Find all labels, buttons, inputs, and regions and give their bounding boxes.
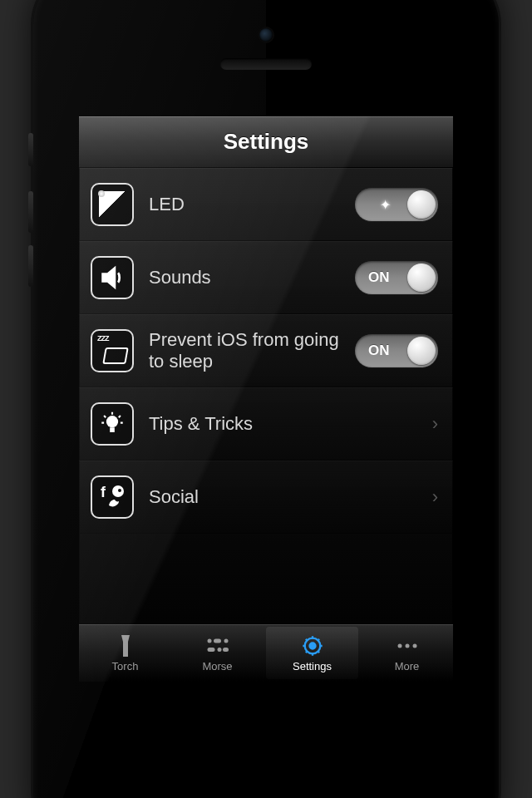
toggle-knob bbox=[407, 190, 436, 219]
front-camera bbox=[259, 28, 273, 42]
earpiece bbox=[220, 58, 312, 70]
volume-down-button bbox=[28, 245, 33, 287]
morse-icon bbox=[205, 633, 230, 658]
tab-morse-label: Morse bbox=[202, 660, 232, 672]
svg-point-12 bbox=[309, 643, 315, 649]
svg-rect-6 bbox=[214, 639, 221, 643]
speaker-icon bbox=[91, 256, 134, 299]
svg-point-5 bbox=[207, 639, 211, 643]
svg-point-3 bbox=[112, 485, 124, 497]
row-led: LED ✦ bbox=[79, 168, 453, 241]
settings-list: LED ✦ Sounds ON Prevent iOS from going bbox=[79, 168, 453, 534]
svg-rect-10 bbox=[223, 648, 229, 652]
row-tips[interactable]: Tips & Tricks › bbox=[79, 387, 453, 461]
tab-settings-label: Settings bbox=[293, 660, 332, 672]
sparkle-icon: ✦ bbox=[380, 196, 391, 212]
torch-icon bbox=[113, 633, 138, 658]
row-prevent-sleep: Prevent iOS from going to sleep ON bbox=[79, 314, 453, 387]
svg-point-15 bbox=[412, 644, 416, 648]
tab-bar: Torch Morse Settings More bbox=[79, 623, 453, 682]
social-icon: f bbox=[91, 475, 134, 519]
svg-text:f: f bbox=[101, 484, 106, 500]
svg-point-9 bbox=[217, 648, 221, 652]
row-social[interactable]: f Social › bbox=[79, 461, 453, 534]
toggle-knob bbox=[407, 337, 436, 365]
chevron-right-icon: › bbox=[432, 486, 438, 508]
row-sounds: Sounds ON bbox=[79, 241, 453, 314]
row-sleep-label: Prevent iOS from going to sleep bbox=[149, 329, 355, 372]
tab-torch[interactable]: Torch bbox=[79, 624, 171, 682]
sleep-icon bbox=[91, 329, 134, 372]
svg-rect-8 bbox=[207, 648, 214, 652]
row-led-label: LED bbox=[149, 194, 355, 214]
svg-point-4 bbox=[118, 489, 121, 492]
volume-up-button bbox=[28, 191, 33, 233]
tab-morse[interactable]: Morse bbox=[171, 624, 264, 682]
row-social-label: Social bbox=[149, 486, 432, 507]
screen: Settings LED ✦ Sounds ON bbox=[79, 116, 453, 682]
tab-settings[interactable]: Settings bbox=[266, 627, 358, 679]
toggle-knob bbox=[407, 264, 436, 292]
svg-point-7 bbox=[224, 639, 228, 643]
header-bar: Settings bbox=[79, 116, 453, 168]
toggle-on-label: ON bbox=[368, 342, 390, 359]
sleep-toggle[interactable]: ON bbox=[355, 334, 438, 367]
tab-torch-label: Torch bbox=[112, 660, 139, 672]
svg-point-0 bbox=[106, 416, 118, 427]
svg-point-13 bbox=[397, 644, 401, 648]
svg-point-14 bbox=[405, 644, 409, 648]
led-icon bbox=[91, 183, 134, 226]
chevron-right-icon: › bbox=[432, 413, 438, 435]
toggle-on-label: ON bbox=[368, 269, 390, 286]
more-icon bbox=[395, 633, 420, 658]
row-tips-label: Tips & Tricks bbox=[149, 413, 432, 434]
page-title: Settings bbox=[224, 129, 309, 155]
gear-icon bbox=[300, 633, 325, 658]
tab-more[interactable]: More bbox=[361, 624, 453, 682]
sounds-toggle[interactable]: ON bbox=[355, 261, 438, 294]
row-sounds-label: Sounds bbox=[149, 267, 355, 288]
tab-more-label: More bbox=[395, 660, 420, 672]
phone-frame: Settings LED ✦ Sounds ON bbox=[33, 0, 499, 798]
svg-rect-1 bbox=[110, 427, 115, 432]
led-toggle[interactable]: ✦ bbox=[355, 188, 438, 221]
side-button bbox=[28, 133, 33, 166]
lightbulb-icon bbox=[91, 402, 134, 446]
